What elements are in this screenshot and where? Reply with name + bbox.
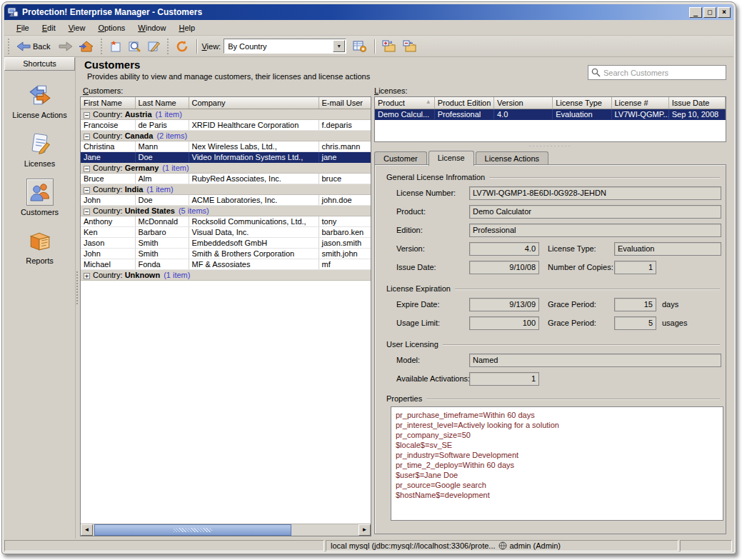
column-header[interactable]: Issue Date <box>668 97 725 109</box>
title-bar[interactable]: Protection! Enterprise Manager - Custome… <box>4 4 733 20</box>
model-field[interactable]: Named <box>469 354 721 367</box>
customize-view-button[interactable] <box>351 39 369 54</box>
menu-item-help[interactable]: Help <box>172 21 201 34</box>
table-gear-icon <box>353 40 367 53</box>
activations-field[interactable]: 1 <box>469 372 539 386</box>
edition-field[interactable]: Professional <box>469 224 721 237</box>
cell: Smith & Brothers Corporation <box>189 248 319 259</box>
collapse-icon[interactable]: − <box>84 112 90 119</box>
cell: Sep 10, 2008 <box>668 109 725 119</box>
table-row[interactable]: KenBarbaroVisual Data, Inc.barbaro.ken <box>81 226 371 237</box>
toolbar-grip[interactable] <box>8 39 11 54</box>
table-row[interactable]: MichaelFondaMF & Assosiatesmf <box>81 259 371 269</box>
customers-label: Customers: <box>83 86 123 95</box>
collapse-icon[interactable]: − <box>84 134 90 140</box>
toolbar-grip[interactable] <box>101 39 104 54</box>
table-row[interactable]: JaneDoeVideo Information Systems Ltd.,ja… <box>81 151 371 162</box>
licenses-header-row[interactable]: Product▲Product EditionVersionLicense Ty… <box>375 97 726 109</box>
close-button[interactable]: × <box>718 7 731 18</box>
column-header[interactable]: Product▲ <box>375 97 434 109</box>
search-button[interactable] <box>126 39 144 54</box>
collapse-icon[interactable]: − <box>84 187 90 194</box>
new-button[interactable] <box>107 39 124 54</box>
column-header[interactable]: Company <box>189 97 319 109</box>
sidebar-item-customers[interactable]: Customers <box>6 179 74 216</box>
scroll-left-icon[interactable]: ◄ <box>81 524 93 536</box>
menu-item-window[interactable]: Window <box>131 21 172 34</box>
table-row[interactable]: AnthonyMcDonnaldRocksolid Communications… <box>81 216 371 226</box>
column-header[interactable]: Last Name <box>135 97 189 109</box>
grace-days-field[interactable]: 15 <box>614 298 656 311</box>
back-arrow-icon <box>16 41 31 51</box>
group-row[interactable]: −Country: India(1 item) <box>81 184 371 194</box>
menu-item-file[interactable]: File <box>10 21 36 34</box>
horizontal-splitter[interactable]: ············ <box>374 144 726 148</box>
license-number-field[interactable]: LV7WI-QGMP1-8E6DI-0G928-JEHDN <box>469 186 721 200</box>
usage-limit-field[interactable]: 100 <box>469 316 539 330</box>
back-button[interactable]: Back <box>14 40 55 53</box>
toolbar: Back View: By Country ▼ <box>4 36 733 57</box>
menu-item-edit[interactable]: Edit <box>36 21 62 34</box>
copies-field[interactable]: 1 <box>614 261 656 274</box>
minimize-button[interactable]: _ <box>689 7 702 18</box>
detail-tabs: Customer License License Actions <box>374 150 550 165</box>
table-row[interactable]: JohnDoeACME Laboratories, Inc.john.doe <box>81 194 371 205</box>
menu-item-options[interactable]: Options <box>91 21 131 34</box>
sidebar-item-license-actions[interactable]: License Actions <box>6 81 74 119</box>
version-field[interactable]: 4.0 <box>469 242 539 256</box>
table-row[interactable]: Francoisede ParisXRFID Healthcare Corpor… <box>81 119 371 130</box>
table-row[interactable]: ChristinaMannNex Wireless Labs, Ltd.,chr… <box>81 141 371 151</box>
grace-usages-field[interactable]: 5 <box>614 316 656 330</box>
column-header[interactable]: Product Edition <box>434 97 493 109</box>
group-row[interactable]: +Country: Unknown(1 item) <box>81 269 371 280</box>
collapse-all-button[interactable] <box>401 39 420 54</box>
properties-textarea[interactable]: pr_purchase_timeframe=Within 60 days pr_… <box>391 406 723 521</box>
refresh-button[interactable] <box>174 39 191 54</box>
view-combobox[interactable]: By Country ▼ <box>224 39 346 54</box>
scroll-right-icon[interactable]: ► <box>359 524 371 536</box>
sidebar-item-label: Reports <box>26 256 54 265</box>
group-row[interactable]: −Country: Germany(1 item) <box>81 162 371 173</box>
tab-license[interactable]: License <box>428 151 474 166</box>
cell: chris.mann <box>319 141 371 151</box>
table-row[interactable]: JasonSmithEmbeddedsoft GmbHjason.smith <box>81 237 371 248</box>
column-header[interactable]: First Name <box>81 97 135 109</box>
maximize-button[interactable]: □ <box>703 7 716 18</box>
menu-item-view[interactable]: View <box>62 21 92 34</box>
shortcuts-header[interactable]: Shortcuts <box>4 57 75 71</box>
sidebar-item-licenses[interactable]: Licenses <box>6 130 74 168</box>
expire-date-field[interactable]: 9/13/09 <box>469 298 539 311</box>
edit-button[interactable] <box>145 39 163 54</box>
issue-date-field[interactable]: 9/10/08 <box>469 261 539 274</box>
new-page-icon <box>109 40 122 53</box>
toolbar-grip[interactable] <box>167 39 170 54</box>
group-row[interactable]: −Country: United States(5 items) <box>81 205 371 216</box>
chevron-down-icon[interactable]: ▼ <box>333 40 345 52</box>
scrollbar-thumb[interactable] <box>94 524 291 536</box>
column-header[interactable]: License Type <box>553 97 611 109</box>
home-button[interactable] <box>76 39 96 54</box>
column-header[interactable]: Version <box>494 97 553 109</box>
tab-license-actions[interactable]: License Actions <box>476 151 548 165</box>
collapse-icon[interactable]: − <box>84 166 90 172</box>
forward-button[interactable] <box>56 40 75 53</box>
column-header[interactable]: License # <box>611 97 668 109</box>
product-field[interactable]: Demo Calculator <box>469 205 721 219</box>
expand-all-button[interactable] <box>380 39 399 54</box>
group-row[interactable]: −Country: Austria(1 item) <box>81 109 371 119</box>
table-row[interactable]: Demo Calcul...Professional4.0EvaluationL… <box>375 109 726 119</box>
forward-arrow-icon <box>59 41 73 51</box>
group-count: (1 item) <box>162 164 189 172</box>
customers-header-row[interactable]: First NameLast NameCompanyE-mail User <box>81 97 371 109</box>
table-row[interactable]: JohnSmithSmith & Brothers Corporationsmi… <box>81 248 371 259</box>
table-row[interactable]: BruceAlmRubyRed Associates, Inc.bruce <box>81 173 371 184</box>
collapse-icon[interactable]: − <box>84 209 90 215</box>
horizontal-scrollbar[interactable]: ◄ ► <box>81 524 371 536</box>
group-row[interactable]: −Country: Canada(2 items) <box>81 130 371 141</box>
expand-icon[interactable]: + <box>84 273 90 279</box>
edition-label: Edition: <box>396 226 423 234</box>
license-type-field[interactable]: Evaluation <box>614 242 721 256</box>
sidebar-item-reports[interactable]: Reports <box>6 227 74 265</box>
tab-customer[interactable]: Customer <box>374 151 427 165</box>
column-header[interactable]: E-mail User <box>319 97 371 109</box>
